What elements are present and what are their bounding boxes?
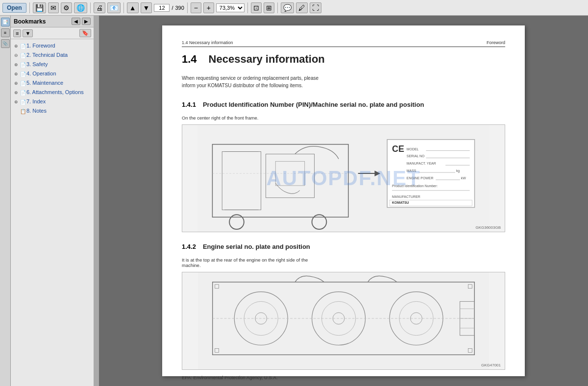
label-safety: 3. Safety — [26, 61, 48, 68]
email-button[interactable]: ✉ — [48, 2, 59, 13]
label-foreword: 1. Foreword — [26, 42, 55, 49]
separator-2 — [90, 2, 91, 13]
icon-notes: 📋 — [20, 108, 26, 115]
bookmark-item-maintenance[interactable]: ⊕ 📄 5. Maintenance — [13, 78, 92, 88]
image1-container: AUTOPDF.NET — [182, 124, 505, 232]
icon-operation: 📄 — [20, 71, 26, 77]
bookmark-item-operation[interactable]: ⊕ 📄 4. Operation — [13, 69, 92, 78]
save-button[interactable]: 💾 — [33, 2, 46, 13]
section-heading: 1.4 Necessary information — [182, 53, 505, 71]
prev-page-button[interactable]: ▲ — [127, 2, 139, 13]
bookmarks-tool-list[interactable]: ≡ — [13, 29, 21, 37]
bookmark-item-foreword[interactable]: ⊕ 📄 1. Foreword — [13, 41, 92, 50]
header-left: 1.4 Necessary information — [182, 40, 233, 45]
pdf-left-strip — [94, 16, 99, 386]
bookmarks-panel: Bookmarks ◀ ▶ ≡ ▼ 🔖 ⊕ 📄 1. Foreword — [11, 16, 94, 386]
label-operation: 4. Operation — [26, 70, 56, 77]
epa-text: EPA: Environmental Protection Agency, U.… — [182, 375, 505, 380]
main-area: 📑 ≡ 📎 Bookmarks ◀ ▶ ≡ ▼ 🔖 — [0, 16, 588, 386]
image2-frame: GKG47001 — [182, 272, 505, 370]
bookmark-item-index[interactable]: ⊕ 📄 7. Index — [13, 97, 92, 106]
zoom-in-button[interactable]: + — [203, 2, 214, 13]
toggle-foreword[interactable]: ⊕ — [13, 43, 20, 49]
page-separator: / — [172, 5, 173, 11]
bookmarks-title: Bookmarks — [14, 18, 46, 25]
pdf-page-header: 1.4 Necessary information Foreword — [182, 40, 505, 47]
bookmarks-tool-action[interactable]: 🔖 — [79, 29, 91, 37]
icon-strip: 📑 ≡ 📎 — [0, 16, 11, 386]
svg-text:kW: kW — [461, 176, 466, 180]
separator-6 — [277, 2, 278, 13]
zoom-out-button[interactable]: − — [191, 2, 201, 13]
separator-3 — [123, 2, 124, 13]
settings-button[interactable]: ⚙ — [61, 2, 72, 13]
svg-text:kg: kg — [456, 169, 460, 173]
svg-text:KOMATSU: KOMATSU — [392, 201, 409, 204]
highlight-button[interactable]: 🖊 — [296, 2, 308, 13]
icon-attachments: 📄 — [20, 89, 26, 96]
fullscreen-button[interactable]: ⛶ — [310, 2, 321, 13]
svg-text:MANUFACTURER: MANUFACTURER — [392, 195, 420, 198]
svg-text:ENGINE POWER: ENGINE POWER — [407, 176, 434, 180]
image2-caption: GKG47001 — [481, 363, 501, 367]
bookmark-item-safety[interactable]: ⊕ 📄 3. Safety — [13, 60, 92, 69]
pdf-page: 1.4 Necessary information Foreword 1.4 N… — [162, 25, 525, 376]
toggle-operation[interactable]: ⊕ — [13, 71, 20, 77]
svg-text:MANUFACT. YEAR: MANUFACT. YEAR — [407, 162, 436, 165]
comment-button[interactable]: 💬 — [281, 2, 294, 13]
print-button[interactable]: 🖨 — [94, 2, 105, 13]
subsection-1-heading: 1.4.1 Product Identification Number (PIN… — [182, 96, 505, 112]
label-maintenance: 5. Maintenance — [26, 79, 63, 86]
toggle-attachments[interactable]: ⊕ — [13, 89, 20, 96]
pdf-area[interactable]: 1.4 Necessary information Foreword 1.4 N… — [99, 16, 588, 386]
sub2-body-text: It is at the top at the rear of the engi… — [182, 257, 505, 268]
svg-text:MASS: MASS — [407, 169, 416, 172]
section-title: Necessary information — [209, 53, 325, 66]
toggle-index[interactable]: ⊕ — [13, 98, 20, 105]
toggle-maintenance[interactable]: ⊕ — [13, 80, 20, 87]
fit-page-button[interactable]: ⊞ — [264, 2, 274, 13]
bookmark-item-attachments[interactable]: ⊕ 📄 6. Attachments, Options — [13, 88, 92, 97]
separator-1 — [29, 2, 30, 13]
sub2-title: Engine serial no. plate and position — [203, 243, 310, 250]
label-attachments: 6. Attachments, Options — [26, 89, 84, 96]
mail-button[interactable]: 📧 — [107, 2, 121, 13]
zoom-select[interactable]: 73,3% 50% 75% 100% 125% 150% — [216, 3, 245, 12]
label-index: 7. Index — [26, 98, 46, 105]
image1-frame: AUTOPDF.NET — [182, 124, 505, 232]
page-number-input[interactable] — [154, 4, 170, 12]
sub2-num: 1.4.2 — [182, 243, 196, 250]
layers-icon-btn[interactable]: ≡ — [1, 28, 10, 37]
toggle-safety[interactable]: ⊕ — [13, 61, 20, 68]
engine-sketch-svg — [182, 272, 505, 369]
bookmarks-tree: ⊕ 📄 1. Foreword ⊖ 📄 2. Technical Data ⊕ … — [11, 39, 94, 386]
sub1-title: Product Identification Number (PIN)/Mach… — [203, 101, 424, 108]
fit-width-button[interactable]: ⊡ — [251, 2, 262, 13]
icon-index: 📄 — [20, 98, 26, 105]
bookmark-item-notes[interactable]: ⊕ 📋 8. Notes — [13, 106, 92, 116]
separator-5 — [247, 2, 248, 13]
icon-foreword: 📄 — [20, 43, 26, 49]
machine-sketch-svg: CE MODEL SERIAL NO MANUFACT. YEAR MASS k… — [182, 125, 505, 232]
icon-technical: 📄 — [20, 52, 26, 59]
bookmarks-icon-btn[interactable]: 📑 — [1, 18, 10, 26]
bookmarks-collapse-button[interactable]: ◀ — [72, 18, 80, 25]
open-button[interactable]: Open — [2, 3, 26, 13]
main-toolbar: Open 💾 ✉ ⚙ 🌐 🖨 📧 ▲ ▼ / 390 − + 73,3% 50%… — [0, 0, 588, 16]
sub1-num: 1.4.1 — [182, 101, 196, 108]
separator-4 — [187, 2, 188, 13]
label-technical: 2. Technical Data — [26, 51, 68, 58]
section-number: 1.4 — [182, 53, 197, 66]
bookmarks-tool-options[interactable]: ▼ — [23, 29, 33, 37]
bookmark-item-technical[interactable]: ⊖ 📄 2. Technical Data — [13, 50, 92, 60]
svg-text:CE: CE — [392, 144, 404, 154]
bookmarks-expand-button[interactable]: ▶ — [82, 18, 91, 25]
attachments-icon-btn[interactable]: 📎 — [1, 39, 10, 48]
toggle-technical[interactable]: ⊖ — [13, 52, 20, 59]
left-panel: 📑 ≡ 📎 Bookmarks ◀ ▶ ≡ ▼ 🔖 — [0, 16, 94, 386]
next-page-button[interactable]: ▼ — [141, 2, 152, 13]
svg-text:SERIAL NO: SERIAL NO — [407, 154, 425, 158]
bookmarks-header: Bookmarks ◀ ▶ — [11, 16, 94, 27]
image1-caption: GKG36003GB — [475, 225, 501, 230]
info-button[interactable]: 🌐 — [74, 2, 87, 13]
